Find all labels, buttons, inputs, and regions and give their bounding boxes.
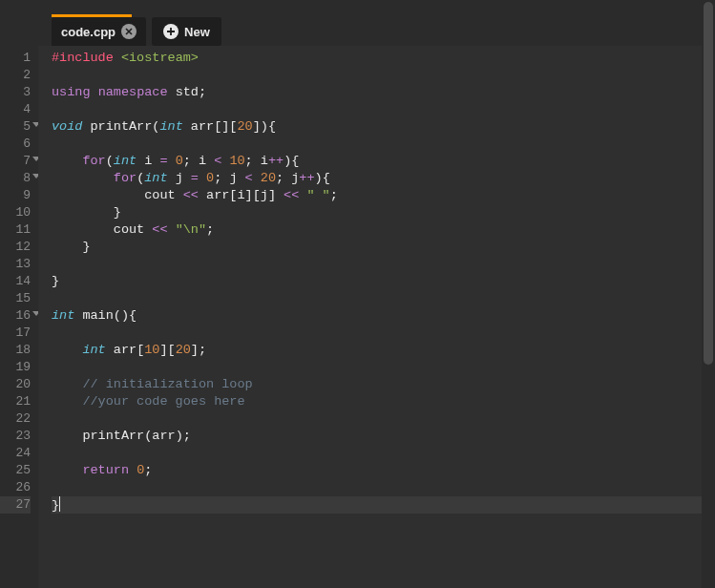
token: i: [137, 154, 159, 168]
token: [168, 154, 176, 168]
line-number[interactable]: 21: [0, 393, 31, 410]
line-number[interactable]: 8: [0, 170, 31, 187]
token: ): [315, 171, 323, 185]
line-number[interactable]: 13: [0, 256, 31, 273]
token: [52, 171, 114, 185]
line-number[interactable]: 20: [0, 376, 31, 393]
line-number[interactable]: 11: [0, 221, 31, 239]
token: cout: [52, 222, 152, 237]
code-line[interactable]: int arr[10][20];: [52, 342, 715, 359]
scrollbar-vertical[interactable]: [702, 0, 715, 588]
token: ;: [199, 343, 206, 357]
line-number-gutter[interactable]: 1234567891011121314151617181920212223242…: [0, 46, 38, 588]
token: ): [176, 429, 183, 443]
line-number[interactable]: 10: [0, 204, 31, 221]
token: ][: [159, 343, 175, 357]
token: 0: [176, 154, 183, 168]
scrollbar-thumb[interactable]: [704, 2, 713, 365]
line-number[interactable]: 17: [0, 325, 31, 342]
code-line[interactable]: void printArr(int arr[][20]){: [52, 118, 715, 136]
token: printArr: [82, 429, 144, 443]
token: using: [52, 85, 91, 99]
code-line[interactable]: return 0;: [52, 462, 715, 479]
line-number[interactable]: 6: [0, 136, 31, 153]
token: ;: [144, 463, 152, 477]
token: 10: [144, 343, 159, 357]
token: ++: [268, 154, 284, 168]
line-number[interactable]: 2: [0, 67, 31, 84]
token: }: [82, 240, 90, 254]
code-line[interactable]: using namespace std;: [52, 84, 715, 101]
code-line[interactable]: #include <iostream>: [52, 50, 715, 67]
line-number[interactable]: 16: [0, 307, 31, 325]
code-line[interactable]: [52, 256, 715, 273]
code-line[interactable]: // initialization loop: [52, 376, 715, 393]
token: }: [52, 498, 59, 513]
code-line[interactable]: [52, 101, 715, 118]
token: =: [191, 171, 199, 185]
token: [199, 171, 206, 185]
new-button[interactable]: New: [152, 17, 221, 46]
code-line[interactable]: [52, 325, 715, 342]
line-number[interactable]: 9: [0, 187, 31, 204]
token: i: [199, 154, 214, 168]
token: i: [261, 154, 268, 168]
code-line[interactable]: [52, 359, 715, 376]
token: {: [268, 119, 276, 134]
token: ++: [299, 171, 314, 185]
token: {: [323, 171, 330, 185]
line-number[interactable]: 5: [0, 118, 31, 136]
code-line[interactable]: [52, 290, 715, 307]
code-line[interactable]: printArr(arr);: [52, 428, 715, 445]
line-number[interactable]: 15: [0, 290, 31, 307]
token: [52, 343, 82, 357]
token: [168, 222, 176, 237]
code-line[interactable]: [52, 410, 715, 428]
token: [253, 171, 261, 185]
token: [91, 85, 98, 99]
line-number[interactable]: 24: [0, 445, 31, 462]
code-line[interactable]: int main(){: [52, 307, 715, 325]
token: <iostream>: [121, 51, 199, 65]
line-number[interactable]: 12: [0, 239, 31, 256]
code-line[interactable]: }: [52, 273, 715, 290]
code-line[interactable]: [52, 479, 715, 496]
code-line[interactable]: }: [52, 239, 715, 256]
token: [52, 429, 82, 443]
line-number[interactable]: 23: [0, 428, 31, 445]
code-line[interactable]: [52, 67, 715, 84]
tab-active[interactable]: code.cpp: [52, 17, 146, 46]
line-number[interactable]: 14: [0, 273, 31, 290]
token: ;: [183, 429, 191, 443]
line-number[interactable]: 4: [0, 101, 31, 118]
code-line[interactable]: [52, 445, 715, 462]
line-number[interactable]: 25: [0, 462, 31, 479]
code-area[interactable]: #include <iostream>using namespace std;v…: [38, 46, 715, 588]
token: <: [245, 171, 253, 185]
code-line[interactable]: for(int j = 0; j < 20; j++){: [52, 170, 715, 187]
close-icon[interactable]: [121, 24, 137, 39]
line-number[interactable]: 22: [0, 410, 31, 428]
token: ]: [268, 188, 276, 202]
line-number[interactable]: 26: [0, 479, 31, 496]
line-number[interactable]: 18: [0, 342, 31, 359]
token: [52, 154, 82, 168]
token: ;: [183, 154, 199, 168]
line-number[interactable]: 7: [0, 153, 31, 170]
code-line[interactable]: cout << "\n";: [52, 221, 715, 239]
code-line[interactable]: [52, 136, 715, 153]
tab-label: code.cpp: [61, 25, 116, 39]
code-line[interactable]: cout << arr[i][j] << " ";: [52, 187, 715, 204]
code-line[interactable]: //your code goes here: [52, 393, 715, 410]
token: #include: [52, 51, 114, 65]
code-line[interactable]: }: [52, 204, 715, 221]
token: ;: [199, 85, 206, 99]
line-number[interactable]: 19: [0, 359, 31, 376]
line-number[interactable]: 27: [0, 496, 31, 514]
token: arr: [152, 429, 175, 443]
code-line[interactable]: for(int i = 0; i < 10; i++){: [52, 153, 715, 170]
line-number[interactable]: 1: [0, 50, 31, 67]
code-line[interactable]: }: [52, 496, 715, 514]
token: j: [261, 188, 268, 202]
line-number[interactable]: 3: [0, 84, 31, 101]
